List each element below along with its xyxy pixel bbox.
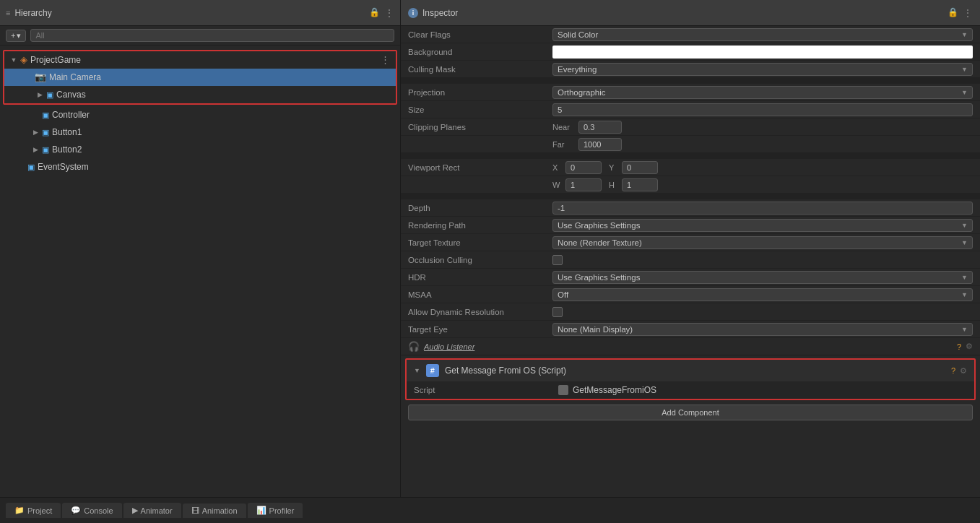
prop-clear-flags: Clear Flags Solid Color ▼	[401, 26, 980, 43]
tree-item-button1[interactable]: ▶ ▣ Button1	[0, 124, 400, 141]
inspector-more-icon[interactable]: ⋮	[963, 7, 973, 19]
x-value[interactable]: 0	[565, 161, 602, 174]
checkbox-occlusion[interactable]	[552, 255, 563, 265]
size-value: 5	[558, 105, 562, 114]
viewport-wh: W 1 H 1	[552, 178, 973, 191]
value-projection[interactable]: Orthographic ▼	[552, 86, 973, 99]
coord-y: Y 0	[609, 161, 658, 174]
near-value[interactable]: 0.3	[578, 121, 622, 134]
highlighted-group: ▼ ◈ ProjectGame ⋮ 📷 Main Camera ▶	[3, 50, 397, 105]
h-value[interactable]: 1	[622, 178, 658, 191]
value-culling-mask[interactable]: Everything ▼	[552, 63, 973, 76]
label-projection: Projection	[408, 88, 552, 97]
prop-allow-dynamic-resolution: Allow Dynamic Resolution	[401, 303, 980, 321]
y-value[interactable]: 0	[622, 161, 658, 174]
item-options-icon[interactable]: ⋮	[381, 53, 390, 67]
dropdown-arrow-rendering: ▼	[961, 222, 968, 229]
tree-item-button2[interactable]: ▶ ▣ Button2	[0, 141, 400, 158]
tree-label-canvas: Canvas	[56, 87, 86, 102]
lock-icon[interactable]: 🔒	[369, 7, 380, 19]
dropdown-arrow-msaa: ▼	[961, 291, 968, 298]
clipping-values-near: Near 0.3	[552, 121, 973, 134]
canvas-cube-icon: ▣	[46, 87, 53, 102]
tree-item-controller[interactable]: ▣ Controller	[0, 106, 400, 124]
tree-item-event-system[interactable]: ▣ EventSystem	[0, 158, 400, 176]
w-value[interactable]: 1	[565, 178, 602, 191]
w-val-text: 1	[571, 181, 575, 189]
tab-animator[interactable]: ▶ Animator	[123, 503, 181, 518]
value-target-eye[interactable]: None (Main Display) ▼	[552, 323, 973, 336]
dropdown-arrow-eye: ▼	[961, 326, 968, 333]
label-hdr: HDR	[408, 273, 552, 282]
value-hdr[interactable]: Use Graphics Settings ▼	[552, 271, 973, 284]
add-button[interactable]: + ▾	[6, 30, 26, 42]
value-msaa[interactable]: Off ▼	[552, 288, 973, 301]
y-label: Y	[609, 163, 619, 172]
value-rendering-path[interactable]: Use Graphics Settings ▼	[552, 219, 973, 232]
prop-size: Size 5	[401, 101, 980, 118]
prop-clipping-far: Far 1000	[401, 136, 980, 153]
coord-x: X 0	[552, 161, 602, 174]
section-spacer-1	[401, 78, 980, 84]
label-rendering-path: Rendering Path	[408, 221, 552, 230]
prop-script: Script GetMessageFromiOS	[407, 381, 974, 399]
inspector-lock-icon[interactable]: 🔒	[948, 7, 958, 19]
audio-listener-label: Audio Listener	[424, 342, 474, 351]
collapse-arrow-icon[interactable]: ▼	[414, 367, 420, 374]
value-target-texture[interactable]: None (Render Texture) ▼	[552, 236, 973, 249]
script-component-icons: ? ⚙	[951, 366, 967, 376]
label-allow-dynamic-resolution: Allow Dynamic Resolution	[408, 308, 552, 316]
question-icon-script[interactable]: ?	[951, 366, 955, 376]
checkbox-dynamic-resolution[interactable]	[552, 307, 563, 317]
animator-icon: ▶	[132, 506, 138, 515]
tree-item-main-camera[interactable]: 📷 Main Camera	[4, 69, 396, 86]
value-clear-flags[interactable]: Solid Color ▼	[552, 28, 973, 41]
prop-rendering-path: Rendering Path Use Graphics Settings ▼	[401, 217, 980, 234]
tab-profiler[interactable]: 📊 Profiler	[248, 503, 303, 518]
tree-label-controller: Controller	[52, 108, 90, 122]
rendering-path-value: Use Graphics Settings	[558, 221, 640, 230]
value-background[interactable]	[552, 46, 973, 59]
gear-icon-script[interactable]: ⚙	[960, 366, 967, 376]
tree-item-canvas[interactable]: ▶ ▣ Canvas	[4, 86, 396, 103]
prop-culling-mask: Culling Mask Everything ▼	[401, 61, 980, 78]
add-component-button[interactable]: Add Component	[408, 405, 973, 420]
prop-target-eye: Target Eye None (Main Display) ▼	[401, 321, 980, 338]
tab-project[interactable]: 📁 Project	[6, 503, 61, 518]
project-folder-icon: 📁	[14, 506, 25, 515]
canvas-arrow: ▶	[36, 87, 43, 102]
search-input[interactable]	[30, 29, 394, 42]
animation-icon: 🎞	[191, 506, 199, 515]
value-depth[interactable]: -1	[552, 202, 973, 215]
tab-profiler-label: Profiler	[269, 506, 295, 515]
button2-cube-icon: ▣	[42, 142, 49, 157]
tab-animation[interactable]: 🎞 Animation	[183, 503, 246, 518]
tab-project-label: Project	[27, 506, 52, 515]
depth-value: -1	[558, 204, 565, 212]
audio-listener-row: 🎧 Audio Listener ? ⚙	[401, 338, 980, 355]
camera-icon: 📷	[35, 70, 46, 85]
dropdown-arrow-hdr: ▼	[961, 274, 968, 281]
far-value[interactable]: 1000	[578, 138, 622, 151]
value-size[interactable]: 5	[552, 103, 973, 116]
prop-viewport-rect-wh: W 1 H 1	[401, 176, 980, 194]
label-size: Size	[408, 105, 552, 114]
msaa-value: Off	[558, 290, 568, 299]
projection-value: Orthographic	[558, 88, 605, 97]
tree-label-button1: Button1	[52, 125, 82, 139]
tree-item-project-game[interactable]: ▼ ◈ ProjectGame ⋮	[4, 51, 396, 69]
hierarchy-header-icons: 🔒 ⋮	[369, 7, 394, 19]
more-options-icon[interactable]: ⋮	[384, 7, 394, 19]
prop-background: Background	[401, 43, 980, 61]
clipping-values-far: Far 1000	[552, 138, 973, 151]
prop-msaa: MSAA Off ▼	[401, 286, 980, 303]
script-component-name: Get Message Fromi OS (Script)	[445, 366, 945, 376]
tab-console[interactable]: 💬 Console	[62, 503, 121, 518]
target-texture-value: None (Render Texture)	[558, 238, 642, 247]
x-label: X	[552, 163, 563, 172]
component-header: ▼ # Get Message Fromi OS (Script) ? ⚙	[407, 360, 974, 381]
plus-icon: +	[11, 31, 15, 40]
gear-icon-audio[interactable]: ⚙	[966, 342, 973, 351]
section-spacer-3	[401, 194, 980, 199]
question-icon-audio[interactable]: ?	[957, 342, 961, 351]
